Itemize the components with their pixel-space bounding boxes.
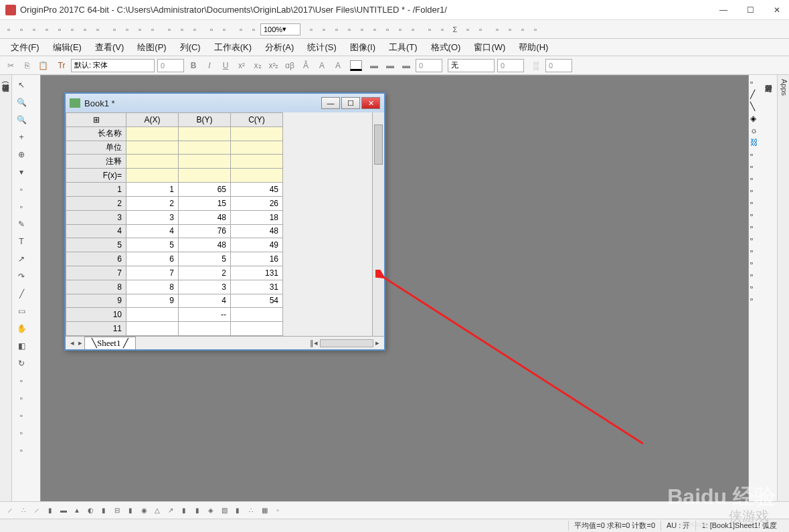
selection-icon[interactable]: ▫ xyxy=(13,182,29,197)
cell[interactable]: 15 xyxy=(179,196,231,210)
menu-column[interactable]: 列(C) xyxy=(175,39,206,56)
column-plot-icon[interactable]: ▮ xyxy=(44,505,56,517)
tab-project-explorer[interactable]: 项目管理器 (1) xyxy=(1,79,11,501)
print2-icon[interactable]: ▫ xyxy=(248,23,260,35)
cell[interactable]: 1 xyxy=(126,183,179,197)
tab-object-manager[interactable]: 对象管理器 xyxy=(764,79,774,501)
image-plot-icon[interactable]: ▦ xyxy=(258,505,270,517)
pointer-tool-icon[interactable]: ↖ xyxy=(13,78,29,92)
import-single-icon[interactable]: ▫ xyxy=(176,23,188,35)
maximize-button[interactable]: ☐ xyxy=(743,5,757,15)
increase-font-button[interactable]: A xyxy=(315,59,329,72)
corner-cell[interactable]: ⊞ xyxy=(66,113,126,127)
fill-color-button[interactable]: ▬ xyxy=(383,59,397,72)
cell[interactable]: 5 xyxy=(126,238,179,252)
line-plot-icon[interactable]: ⟋ xyxy=(4,505,16,517)
child-minimize-button[interactable]: — xyxy=(321,97,340,109)
workspace[interactable]: Book1 * — ☐ ✕ ⊞ A(X) B(Y) C(Y) 长名称 单位 注释… xyxy=(40,75,749,505)
chart2-icon[interactable]: ▫ xyxy=(504,23,516,35)
sheet-nav-first[interactable]: ◂ xyxy=(68,339,76,347)
open-template-icon[interactable]: ▫ xyxy=(121,23,133,35)
duplicate-icon[interactable]: ▫ xyxy=(331,23,343,35)
minimize-button[interactable]: — xyxy=(717,5,730,15)
rescale-icon[interactable]: ▫ xyxy=(474,23,487,35)
vertical-scrollbar[interactable] xyxy=(372,112,384,336)
row-number[interactable]: 5 xyxy=(66,238,126,252)
area-plot-icon[interactable]: ▲ xyxy=(71,505,83,517)
row-longname[interactable]: 长名称 xyxy=(66,126,126,141)
cell[interactable]: -- xyxy=(179,308,231,322)
tab-apps[interactable]: Apps xyxy=(780,79,788,501)
new-project-icon[interactable]: ▫ xyxy=(3,23,15,35)
menu-statistics[interactable]: 统计(S) xyxy=(302,39,341,56)
ternary-icon[interactable]: △ xyxy=(151,505,163,517)
region-icon[interactable]: ◧ xyxy=(13,339,29,353)
batch-icon[interactable]: ▫ xyxy=(205,23,217,35)
annotation-icon[interactable]: ▾ xyxy=(13,165,29,179)
col-header-b[interactable]: B(Y) xyxy=(179,113,231,127)
arrow-tool-icon[interactable]: ↗ xyxy=(13,252,29,266)
menu-worksheet[interactable]: 工作表(K) xyxy=(209,39,257,56)
3d-bars-icon[interactable]: ▮ xyxy=(232,505,244,517)
zoom-out-tool-icon[interactable]: 🔍 xyxy=(13,112,29,127)
cell[interactable]: 76 xyxy=(179,224,231,238)
cell[interactable]: 131 xyxy=(231,266,283,280)
insert-word-icon[interactable]: ▫ xyxy=(13,443,29,458)
cell[interactable]: 49 xyxy=(231,238,283,252)
box-plot-icon[interactable]: ⊟ xyxy=(111,505,123,517)
cell[interactable]: 3 xyxy=(126,210,179,224)
reader-tool-icon[interactable]: + xyxy=(13,130,29,145)
num3-combo[interactable]: 0 xyxy=(545,59,572,72)
add-column-icon[interactable]: ▫ xyxy=(424,23,436,35)
zoom-in-tool-icon[interactable]: 🔍 xyxy=(13,95,29,110)
digitize-icon[interactable]: ▫ xyxy=(394,23,406,35)
copy-icon[interactable]: ⎘ xyxy=(20,59,33,72)
row-fx[interactable]: F(x)= xyxy=(66,169,126,183)
insert-image-icon[interactable]: ▫ xyxy=(13,391,29,406)
menu-tools[interactable]: 工具(T) xyxy=(383,39,423,56)
new-excel-icon[interactable]: ▫ xyxy=(54,23,66,35)
import-wizard-icon[interactable]: ▫ xyxy=(163,23,175,35)
menu-image[interactable]: 图像(I) xyxy=(345,39,381,56)
import-multi-icon[interactable]: ▫ xyxy=(189,23,201,35)
bar-plot-icon[interactable]: ▬ xyxy=(58,505,70,517)
supersub-button[interactable]: x²₂ xyxy=(267,59,280,72)
cell[interactable]: 7 xyxy=(126,266,179,280)
cell[interactable]: 48 xyxy=(179,238,231,252)
text-tool-icon[interactable]: T xyxy=(13,234,29,249)
draw-data-icon[interactable]: ✎ xyxy=(13,217,29,232)
recalc-icon[interactable]: ▫ xyxy=(218,23,230,35)
cell[interactable]: 48 xyxy=(231,224,283,238)
sheet-tab[interactable]: ╲Sheet1 ╱ xyxy=(84,337,136,349)
menu-analysis[interactable]: 分析(A) xyxy=(260,39,299,56)
row-number[interactable]: 3 xyxy=(66,210,126,224)
sheet-nav-prev[interactable]: ▸ xyxy=(76,339,84,347)
workbook-window[interactable]: Book1 * — ☐ ✕ ⊞ A(X) B(Y) C(Y) 长名称 单位 注释… xyxy=(64,92,385,351)
row-comments[interactable]: 注释 xyxy=(66,155,126,169)
bold-button[interactable]: B xyxy=(187,59,200,72)
row-number[interactable]: 4 xyxy=(66,224,126,238)
line-width-combo[interactable]: 0 xyxy=(416,59,442,72)
mask-icon[interactable]: ▫ xyxy=(13,199,29,214)
pie-plot-icon[interactable]: ◐ xyxy=(84,505,96,517)
row-number[interactable]: 1 xyxy=(66,183,126,197)
cell[interactable]: 48 xyxy=(179,210,231,224)
row-units[interactable]: 单位 xyxy=(66,141,126,155)
font-style-icon[interactable]: Tr xyxy=(55,59,68,72)
3d-scatter-icon[interactable]: ∴ xyxy=(245,505,257,517)
row-number[interactable]: 10 xyxy=(66,308,126,322)
hscroll-right[interactable]: ▸ xyxy=(373,339,381,347)
waterfall-icon[interactable]: ▮ xyxy=(191,505,203,517)
line-symbol-icon[interactable]: ⟋ xyxy=(31,505,43,517)
menu-file[interactable]: 文件(F) xyxy=(5,39,45,56)
line-tool-icon[interactable]: ╱ xyxy=(13,286,29,301)
font-combo[interactable]: 默认: 宋体 xyxy=(71,59,155,72)
print-icon[interactable]: ▫ xyxy=(235,23,247,35)
refresh-icon[interactable]: ▫ xyxy=(318,23,330,35)
sort-icon[interactable]: ▫ xyxy=(462,23,474,35)
cell[interactable]: 4 xyxy=(126,224,179,238)
new-graph-icon[interactable]: ▫ xyxy=(28,23,40,35)
export-icon[interactable]: ▫ xyxy=(369,23,381,35)
col-header-c[interactable]: C(Y) xyxy=(231,113,283,127)
send-icon[interactable]: ▫ xyxy=(381,23,393,35)
